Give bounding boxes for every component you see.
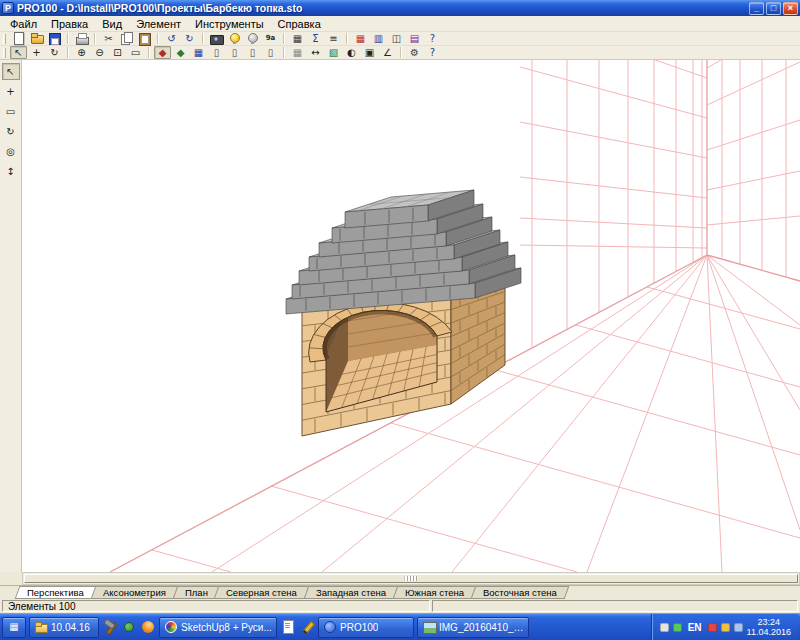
- price-list-button[interactable]: ≡: [325, 32, 342, 45]
- 3d-viewport[interactable]: [22, 60, 800, 572]
- shading-button[interactable]: [244, 32, 261, 45]
- pencil-icon[interactable]: [299, 619, 315, 635]
- group-button[interactable]: ▣: [361, 46, 378, 59]
- task-button-sketchup[interactable]: SketchUp8 + Руси...: [159, 617, 277, 638]
- rotate-tool-button[interactable]: ↻: [46, 46, 63, 59]
- help-context-button[interactable]: ?: [424, 46, 441, 59]
- angle-button[interactable]: ∠: [379, 46, 396, 59]
- side-precise-point-button[interactable]: +: [2, 83, 20, 100]
- toolbar-main: ✂↺↻9a▦Σ≡▦▥◫▤?: [0, 32, 800, 46]
- help-button[interactable]: ?: [424, 32, 441, 45]
- structure-icon: ▤: [410, 34, 419, 44]
- hammer-tool-icon[interactable]: [102, 619, 118, 635]
- zoom-all-button[interactable]: ▭: [127, 46, 144, 59]
- toolbar-separator: [346, 33, 348, 44]
- maximize-button[interactable]: □: [766, 2, 781, 15]
- paste-button[interactable]: [136, 32, 153, 45]
- window-title: PRO100 - D:\Install\PRO100\Проекты\Барбе…: [17, 2, 747, 14]
- menu-item-0[interactable]: Файл: [3, 17, 44, 31]
- messenger-tray-icon[interactable]: [708, 623, 717, 632]
- view-tab-6[interactable]: Восточная стена: [471, 586, 569, 599]
- network-tray-icon[interactable]: [734, 623, 743, 632]
- view-tab-1[interactable]: Аксонометрия: [90, 586, 178, 599]
- calculation-button[interactable]: ▦: [289, 32, 306, 45]
- folder-icon: [34, 620, 48, 634]
- lighting-button[interactable]: [226, 32, 243, 45]
- zoom-in-icon: ⊕: [77, 48, 85, 58]
- zoom-in-button[interactable]: ⊕: [73, 46, 90, 59]
- task-button-folder[interactable]: 10.04.16: [29, 617, 99, 638]
- print-button[interactable]: [73, 32, 90, 45]
- language-indicator[interactable]: EN: [686, 622, 704, 633]
- menu-item-4[interactable]: Инструменты: [188, 17, 271, 31]
- close-button[interactable]: ×: [783, 2, 798, 15]
- save-project-button[interactable]: [46, 32, 63, 45]
- view-north-wall-button[interactable]: ▯: [208, 46, 225, 59]
- report-button[interactable]: Σ: [307, 32, 324, 45]
- show-dimensions-icon: ↔: [311, 48, 319, 58]
- zoom-out-button[interactable]: ⊖: [91, 46, 108, 59]
- view-tab-5[interactable]: Южная стена: [393, 586, 477, 599]
- scroll-corner: [0, 572, 22, 585]
- snapshot-button[interactable]: [208, 32, 225, 45]
- redo-button[interactable]: ↻: [181, 32, 198, 45]
- view-tab-2[interactable]: План: [172, 586, 220, 599]
- view-tab-label: Северная стена: [226, 587, 297, 598]
- move-tool-button[interactable]: +: [28, 46, 45, 59]
- document-icon[interactable]: [280, 619, 296, 635]
- view-south-wall-button[interactable]: ▯: [244, 46, 261, 59]
- taskbar-tile-button[interactable]: ▦: [2, 617, 26, 638]
- horizontal-scrollbar[interactable]: [22, 572, 800, 585]
- view-perspective-button[interactable]: ◆: [154, 46, 171, 59]
- antivirus-tray-icon[interactable]: [673, 623, 682, 632]
- side-frame-select-button[interactable]: ▭: [2, 103, 20, 120]
- updates-tray-icon[interactable]: [721, 623, 730, 632]
- toolbar-separator: [400, 47, 402, 58]
- undo-button[interactable]: ↺: [163, 32, 180, 45]
- settings-button[interactable]: ⚙: [406, 46, 423, 59]
- side-select-tool-button[interactable]: ↖: [2, 63, 20, 80]
- materials-button[interactable]: 9a: [262, 32, 279, 45]
- volume-tray-icon[interactable]: [660, 623, 669, 632]
- cut-button[interactable]: ✂: [100, 32, 117, 45]
- view-tab-0[interactable]: Перспектива: [15, 586, 96, 599]
- cutting-button[interactable]: ▦: [352, 32, 369, 45]
- show-dimensions-button[interactable]: ↔: [307, 46, 324, 59]
- dimensions-icon: ◫: [392, 34, 401, 44]
- view-east-wall-button[interactable]: ▯: [262, 46, 279, 59]
- side-frame-select-icon: ▭: [6, 107, 15, 117]
- snapshot-icon: [210, 32, 223, 45]
- menu-item-5[interactable]: Справка: [271, 17, 328, 31]
- scrollbar-thumb[interactable]: [24, 574, 798, 583]
- new-project-button[interactable]: [10, 32, 27, 45]
- copy-button[interactable]: [118, 32, 135, 45]
- zoom-window-button[interactable]: ⊡: [109, 46, 126, 59]
- cut-icon: ✂: [104, 34, 112, 44]
- view-tab-4[interactable]: Западная стена: [304, 586, 399, 599]
- task-button-pro100[interactable]: PRO100: [318, 617, 414, 638]
- side-measure-button[interactable]: ↕: [2, 163, 20, 180]
- firefox-icon[interactable]: [140, 619, 156, 635]
- show-grid-button[interactable]: ▦: [289, 46, 306, 59]
- mirror-button[interactable]: ◐: [343, 46, 360, 59]
- open-project-button[interactable]: [28, 32, 45, 45]
- view-tab-3[interactable]: Северная стена: [214, 586, 310, 599]
- task-button-image[interactable]: IMG_20160410_13...: [417, 617, 529, 638]
- menu-item-2[interactable]: Вид: [95, 17, 129, 31]
- select-tool-button[interactable]: ↖: [10, 46, 27, 59]
- show-textures-button[interactable]: ▧: [325, 46, 342, 59]
- menu-item-1[interactable]: Правка: [44, 17, 95, 31]
- side-orbit-view-button[interactable]: ↻: [2, 123, 20, 140]
- view-axonometry-button[interactable]: ◆: [172, 46, 189, 59]
- view-perspective-icon: ◆: [159, 48, 167, 58]
- side-zoom-probe-button[interactable]: ◎: [2, 143, 20, 160]
- structure-button[interactable]: ▤: [406, 32, 423, 45]
- element-list-button[interactable]: ▥: [370, 32, 387, 45]
- toolbar-separator: [202, 33, 204, 44]
- minimize-button[interactable]: _: [749, 2, 764, 15]
- menu-item-3[interactable]: Элемент: [129, 17, 188, 31]
- view-west-wall-button[interactable]: ▯: [226, 46, 243, 59]
- turtle-icon[interactable]: [121, 619, 137, 635]
- dimensions-button[interactable]: ◫: [388, 32, 405, 45]
- view-plan-button[interactable]: ▦: [190, 46, 207, 59]
